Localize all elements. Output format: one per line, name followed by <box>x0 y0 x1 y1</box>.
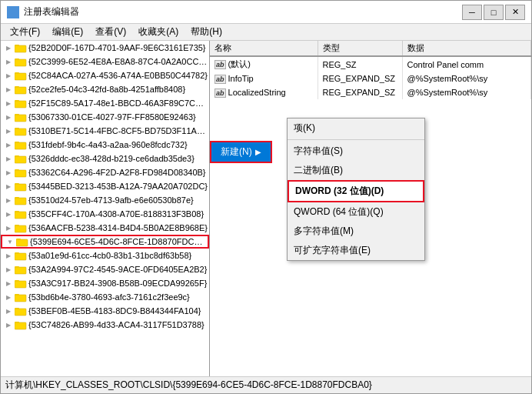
tree-item-label: {5326dddc-ec38-428d-b219-ce6dadb35de3} <box>28 154 195 163</box>
submenu-item[interactable]: 项(K) <box>288 119 424 138</box>
folder-icon <box>15 250 27 261</box>
table-row[interactable]: ab(默认)REG_SZControl Panel comm <box>210 56 531 72</box>
submenu-item[interactable]: QWORD (64 位值)(Q) <box>288 202 424 222</box>
tree-item[interactable]: ▶{53445BED-3213-453B-A12A-79AA20A702DC} <box>1 179 209 193</box>
context-submenu[interactable]: 项(K)字符串值(S)二进制值(B)DWORD (32 位值)(D)QWORD … <box>287 118 425 261</box>
table-row[interactable]: abInfoTipREG_EXPAND_SZ@%SystemRoot%\sy <box>210 72 531 85</box>
tree-item-label: {52ce2fe5-04c3-42fd-8a8b-4251affb8408} <box>28 85 185 94</box>
col-data[interactable]: 数据 <box>402 41 531 56</box>
menu-item[interactable]: 文件(F) <box>4 24 46 40</box>
main-area: ▶{52B20D0F-167D-4701-9AAF-9E6C3161E735}▶… <box>1 41 531 376</box>
window-title: 注册表编辑器 <box>24 5 79 18</box>
tree-expand-icon[interactable]: ▶ <box>2 277 15 289</box>
submenu-item[interactable]: 字符串值(S) <box>288 142 424 161</box>
col-name[interactable]: 名称 <box>210 41 318 56</box>
cell-type: REG_SZ <box>318 56 402 72</box>
tree-item[interactable]: ▶{53A3C917-BB24-3908-B58B-09ECDA99265F} <box>1 276 209 290</box>
table-row[interactable]: abLocalizedStringREG_EXPAND_SZ@%SystemRo… <box>210 85 531 99</box>
tree-item[interactable]: ▶{53BEF0B-4E5B-4183-8DC9-B844344FA104} <box>1 304 209 318</box>
tree-expand-icon[interactable]: ▶ <box>2 139 15 151</box>
tree-expand-icon[interactable]: ▶ <box>2 69 15 82</box>
svg-rect-15 <box>15 115 26 122</box>
tree-item[interactable]: ▶{535CFF4C-170A-4308-A70E-8188313F3B08} <box>1 207 209 221</box>
tree-item[interactable]: ▶{52ce2fe5-04c3-42fd-8a8b-4251affb8408} <box>1 82 209 96</box>
tree-item[interactable]: ▼{5399E694-6CE5-4D6C-8FCE-1D8870FDCBA0} <box>1 235 209 249</box>
svg-rect-41 <box>15 295 26 302</box>
tree-item[interactable]: ▶{53bd6b4e-3780-4693-afc3-7161c2f3ee9c} <box>1 290 209 304</box>
svg-rect-35 <box>15 253 26 260</box>
close-button[interactable]: ✕ <box>505 5 525 20</box>
folder-icon <box>15 278 27 289</box>
folder-icon <box>15 319 27 330</box>
svg-rect-39 <box>15 281 26 288</box>
col-type[interactable]: 类型 <box>318 41 402 56</box>
new-button[interactable]: 新建(N) ▶ <box>210 141 272 163</box>
tree-item-label: {53C74826-AB99-4d33-ACA4-3117F51D3788} <box>28 320 204 329</box>
tree-item[interactable]: ▶{53a01e9d-61cc-4cb0-83b1-31bc8df63b58} <box>1 249 209 262</box>
tree-item[interactable]: ▶{53510d24-57eb-4713-9afb-e6e60530b87e} <box>1 193 209 207</box>
tree-item[interactable]: ▶{52C3999-6E52-4E8A-E8A8-87C4-0A2A0CC359… <box>1 55 209 68</box>
svg-rect-21 <box>15 156 26 163</box>
tree-item[interactable]: ▶{52F15C89-5A17-48e1-BBCD-46A3F89C7CC2} <box>1 96 209 110</box>
folder-icon <box>15 42 27 53</box>
tree-expand-icon[interactable]: ▶ <box>2 305 15 317</box>
svg-rect-31 <box>15 225 26 232</box>
folder-icon <box>15 98 27 109</box>
svg-rect-23 <box>15 170 26 177</box>
tree-item-label: {53445BED-3213-453B-A12A-79AA20A702DC} <box>28 182 208 191</box>
minimize-button[interactable]: ─ <box>462 5 482 20</box>
tree-panel[interactable]: ▶{52B20D0F-167D-4701-9AAF-9E6C3161E735}▶… <box>1 41 210 376</box>
submenu-item[interactable]: DWORD (32 位值)(D) <box>288 180 424 202</box>
submenu-item[interactable]: 可扩充字符串值(E) <box>288 241 424 260</box>
menu-item[interactable]: 编辑(E) <box>46 24 89 40</box>
folder-icon <box>15 84 27 95</box>
svg-rect-5 <box>15 45 26 52</box>
tree-expand-icon[interactable]: ▶ <box>2 55 15 68</box>
svg-rect-3 <box>14 13 18 17</box>
tree-item[interactable]: ▶{53A2A994-97C2-4545-9ACE-0FD6405EA2B2} <box>1 262 209 276</box>
tree-expand-icon[interactable]: ▶ <box>2 194 15 206</box>
submenu-item[interactable]: 多字符串值(M) <box>288 222 424 241</box>
tree-item[interactable]: ▶{52B20D0F-167D-4701-9AAF-9E6C3161E735} <box>1 41 209 55</box>
menu-bar: 文件(F)编辑(E)查看(V)收藏夹(A)帮助(H) <box>1 24 531 41</box>
menu-item[interactable]: 查看(V) <box>89 24 132 40</box>
tree-expand-icon[interactable]: ▶ <box>2 319 15 331</box>
tree-item[interactable]: ▶{53C74826-AB99-4d33-ACA4-3117F51D3788} <box>1 318 209 332</box>
tree-expand-icon[interactable]: ▶ <box>2 152 15 165</box>
tree-item[interactable]: ▶{5326dddc-ec38-428d-b219-ce6dadb35de3} <box>1 152 209 165</box>
maximize-button[interactable]: □ <box>484 5 504 20</box>
tree-expand-icon[interactable]: ▶ <box>2 249 15 262</box>
tree-expand-icon[interactable]: ▶ <box>2 125 15 137</box>
tree-expand-icon[interactable]: ▶ <box>2 291 15 303</box>
tree-item-label: {52F15C89-5A17-48e1-BBCD-46A3F89C7CC2} <box>28 98 208 108</box>
tree-item[interactable]: ▶{5310BE71-5C14-4FBC-8CF5-BD75D3F11A44} <box>1 124 209 138</box>
svg-rect-17 <box>15 129 26 135</box>
tree-expand-icon[interactable]: ▶ <box>2 180 15 192</box>
tree-expand-icon[interactable]: ▶ <box>2 222 15 234</box>
tree-item[interactable]: ▶{53067330-01CE-4027-97F-FF8580E92463} <box>1 110 209 124</box>
tree-item[interactable]: ▶{52C84ACA-027A-4536-A74A-E0BB50C44782} <box>1 68 209 82</box>
content-panel: 名称 类型 数据 ab(默认)REG_SZControl Panel comma… <box>210 41 531 376</box>
tree-expand-icon[interactable]: ▼ <box>4 235 16 248</box>
tree-expand-icon[interactable]: ▶ <box>2 111 15 123</box>
svg-rect-9 <box>15 73 26 80</box>
menu-item[interactable]: 帮助(H) <box>185 24 228 40</box>
tree-expand-icon[interactable]: ▶ <box>2 208 15 220</box>
tree-item[interactable]: ▶{531fdebf-9b4c-4a43-a2aa-960e8fcdc732} <box>1 138 209 152</box>
svg-rect-2 <box>8 13 12 17</box>
submenu-item[interactable]: 二进制值(B) <box>288 161 424 180</box>
tree-item[interactable]: ▶{53362C64-A296-4F2D-A2F8-FD984D08340B} <box>1 165 209 179</box>
tree-item-label: {53bd6b4e-3780-4693-afc3-7161c2f3ee9c} <box>28 292 190 302</box>
svg-rect-0 <box>8 8 12 12</box>
tree-item[interactable]: ▶{536AACFB-5238-4314-B4D4-5B0A2E8B968E} <box>1 221 209 235</box>
cell-data: Control Panel comm <box>402 56 531 72</box>
svg-rect-1 <box>14 8 18 12</box>
tree-expand-icon[interactable]: ▶ <box>2 97 15 109</box>
cell-name: abInfoTip <box>210 72 318 85</box>
tree-expand-icon[interactable]: ▶ <box>2 83 15 95</box>
menu-item[interactable]: 收藏夹(A) <box>132 24 185 40</box>
tree-expand-icon[interactable]: ▶ <box>2 42 15 54</box>
svg-rect-19 <box>15 142 26 149</box>
tree-expand-icon[interactable]: ▶ <box>2 263 15 275</box>
tree-expand-icon[interactable]: ▶ <box>2 166 15 179</box>
